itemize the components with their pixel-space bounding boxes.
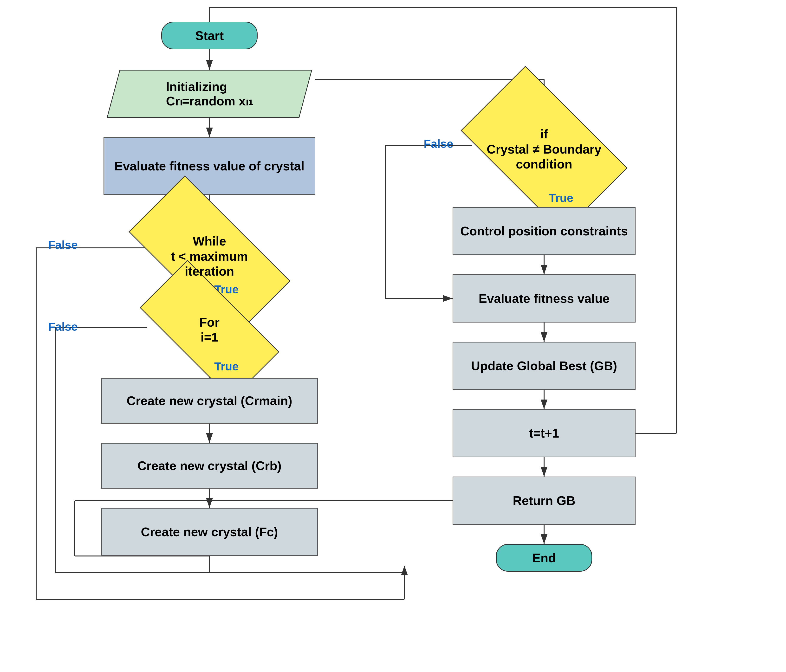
if-boundary-false-label: False xyxy=(424,137,453,151)
t-plus-node: t=t+1 xyxy=(453,409,635,457)
end-node: End xyxy=(496,544,592,572)
update-gb-node: Update Global Best (GB) xyxy=(453,342,635,390)
init-node: Initializing Crᵢ=random xᵢ₁ xyxy=(113,70,306,118)
create-main-node: Create new crystal (Crmain) xyxy=(101,378,318,424)
create-fc-node: Create new crystal (Fc) xyxy=(101,508,318,556)
for-diamond: For i=1 xyxy=(145,296,274,363)
while-diamond: While t < maximum iteration xyxy=(135,217,284,296)
evaluate-fitness-node: Evaluate fitness value xyxy=(453,275,635,322)
evaluate-crystal-node: Evaluate fitness value of crystal xyxy=(104,137,315,195)
flowchart: Start Initializing Crᵢ=random xᵢ₁ Evalua… xyxy=(0,0,786,672)
control-node: Control position constraints xyxy=(453,207,635,255)
start-node: Start xyxy=(161,22,258,49)
return-gb-node: Return GB xyxy=(453,477,635,525)
if-boundary-diamond: if Crystal ≠ Boundary condition xyxy=(472,104,616,195)
create-b-node: Create new crystal (Crb) xyxy=(101,443,318,488)
for-false-label: False xyxy=(48,320,78,333)
while-false-label: False xyxy=(48,238,78,251)
